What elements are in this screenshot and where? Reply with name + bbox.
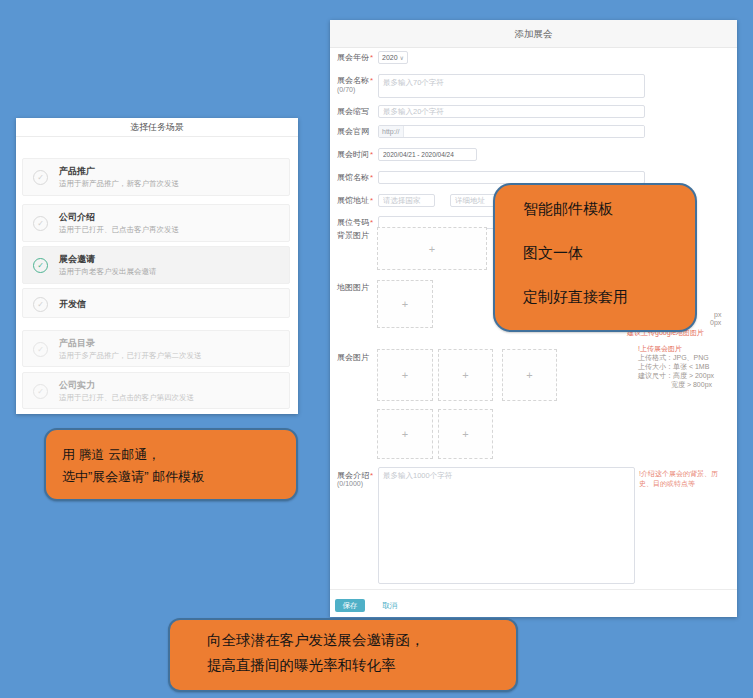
scene-item-label: 开发信 bbox=[59, 298, 86, 311]
callout-line: 定制好直接套用 bbox=[523, 288, 628, 307]
scene-item-company-strength[interactable]: ✓ 公司实力 适用于已打开、已点击的客户第四次发送 bbox=[22, 372, 290, 409]
scene-item-exhibition-invite[interactable]: ✓ 展会邀请 适用于向老客户发出展会邀请 bbox=[22, 246, 290, 284]
save-button[interactable]: 保存 bbox=[335, 599, 365, 612]
map-tip-fragment: 0px bbox=[710, 318, 721, 327]
required-mark: * bbox=[370, 196, 373, 205]
field-label-name: 展会名称* bbox=[337, 76, 379, 85]
callout-smart-template: 智能邮件模板 图文一体 定制好直接套用 bbox=[493, 183, 697, 332]
scene-item-label: 公司介绍 bbox=[59, 211, 95, 224]
callout-line: 提高直播间的曝光率和转化率 bbox=[207, 656, 396, 675]
bg-image-upload[interactable]: + bbox=[377, 227, 487, 270]
plus-icon: + bbox=[402, 428, 408, 440]
scene-item-desc: 适用于已打开、已点击的客户第四次发送 bbox=[59, 393, 194, 403]
callout-bottom-benefit: 向全球潜在客户发送展会邀请函， 提高直播间的曝光率和转化率 bbox=[168, 618, 518, 692]
callout-line: 图文一体 bbox=[523, 244, 583, 263]
scene-item-product-promo[interactable]: ✓ 产品推广 适用于新产品推广，新客户首次发送 bbox=[22, 158, 290, 196]
scene-item-development-letter[interactable]: ✓ 开发信 bbox=[22, 288, 290, 318]
check-icon: ✓ bbox=[33, 170, 48, 185]
year-select-value: 2020 bbox=[382, 54, 398, 61]
intro-textarea[interactable] bbox=[378, 467, 635, 584]
callout-line: 向全球潜在客户发送展会邀请函， bbox=[207, 631, 425, 650]
scene-item-desc: 适用于新产品推广，新客户首次发送 bbox=[59, 179, 179, 189]
required-mark: * bbox=[370, 218, 373, 227]
expo-image-upload[interactable]: + bbox=[438, 349, 493, 401]
expo-image-upload[interactable]: + bbox=[377, 409, 433, 459]
plus-icon: + bbox=[402, 369, 408, 381]
intro-counter: (0/1000) bbox=[337, 480, 363, 487]
expo-tip-line: 建议尺寸：高度 > 200px bbox=[638, 371, 714, 380]
plus-icon: + bbox=[462, 428, 468, 440]
required-mark: * bbox=[370, 76, 373, 85]
expo-tip-line: 上传格式：JPG、PNG bbox=[638, 353, 709, 362]
website-input-group: http:// bbox=[378, 125, 645, 138]
field-label-website: 展会官网 bbox=[337, 127, 379, 136]
scene-item-label: 展会邀请 bbox=[59, 253, 95, 266]
check-icon-selected: ✓ bbox=[33, 258, 48, 273]
check-icon: ✓ bbox=[33, 297, 48, 312]
scene-item-desc: 适用于多产品推广，已打开客户第二次发送 bbox=[59, 351, 202, 361]
plus-icon: + bbox=[402, 298, 408, 310]
chevron-down-icon: ∨ bbox=[400, 54, 404, 61]
scene-item-desc: 适用于已打开、已点击客户再次发送 bbox=[59, 225, 179, 235]
expo-image-upload[interactable]: + bbox=[502, 349, 557, 401]
required-mark: * bbox=[370, 471, 373, 480]
scene-item-label: 产品推广 bbox=[59, 165, 95, 178]
field-label-bg-image: 背景图片 bbox=[337, 231, 379, 240]
abbr-input[interactable] bbox=[378, 105, 645, 118]
field-label-booth: 展位号码* bbox=[337, 218, 379, 227]
check-icon: ✓ bbox=[33, 342, 48, 357]
page-background: 选择任务场景 ✓ 产品推广 适用于新产品推广，新客户首次发送 ✓ 公司介绍 适用… bbox=[0, 0, 753, 698]
scene-panel: 选择任务场景 ✓ 产品推广 适用于新产品推广，新客户首次发送 ✓ 公司介绍 适用… bbox=[16, 118, 298, 414]
cancel-button[interactable]: 取消 bbox=[382, 601, 397, 611]
callout-line: 用 腾道 云邮通， bbox=[62, 446, 160, 464]
intro-tip-text: !介绍这个展会的背景、历史、目的或特点等 bbox=[639, 469, 719, 489]
check-icon: ✓ bbox=[33, 216, 48, 231]
callout-line: 智能邮件模板 bbox=[523, 200, 613, 219]
field-label-expo-images: 展会图片 bbox=[337, 353, 379, 362]
expo-tip-line: 上传大小：单张 < 1MB bbox=[638, 362, 709, 371]
field-label-intro: 展会介绍* bbox=[337, 471, 379, 480]
time-range-input[interactable] bbox=[378, 148, 477, 161]
field-label-map-image: 地图图片 bbox=[337, 283, 379, 292]
map-image-upload[interactable]: + bbox=[377, 280, 433, 328]
field-label-time: 展会时间* bbox=[337, 150, 379, 159]
field-label-year: 展会年份* bbox=[337, 53, 379, 62]
scene-item-company-intro[interactable]: ✓ 公司介绍 适用于已打开、已点击客户再次发送 bbox=[22, 204, 290, 242]
scene-item-label: 公司实力 bbox=[59, 379, 95, 392]
expo-tip-line: 宽度 > 800px bbox=[671, 380, 712, 389]
dialog-title: 添加展会 bbox=[330, 20, 737, 48]
scene-item-product-catalog[interactable]: ✓ 产品目录 适用于多产品推广，已打开客户第二次发送 bbox=[22, 330, 290, 367]
field-label-abbr: 展会缩写 bbox=[337, 107, 379, 116]
scene-item-label: 产品目录 bbox=[59, 337, 95, 350]
callout-choose-template: 用 腾道 云邮通， 选中”展会邀请” 邮件模板 bbox=[44, 428, 298, 501]
plus-icon: + bbox=[462, 369, 468, 381]
website-prefix: http:// bbox=[379, 126, 404, 137]
website-input[interactable] bbox=[404, 126, 644, 137]
callout-line: 选中”展会邀请” 邮件模板 bbox=[62, 468, 204, 486]
plus-icon: + bbox=[429, 243, 435, 255]
expo-tip-title: !上传展会图片 bbox=[638, 344, 682, 353]
footer-divider bbox=[330, 589, 737, 590]
required-mark: * bbox=[370, 53, 373, 62]
name-counter: (0/70) bbox=[337, 86, 355, 93]
scene-panel-title: 选择任务场景 bbox=[16, 118, 298, 137]
scene-item-desc: 适用于向老客户发出展会邀请 bbox=[59, 267, 157, 277]
field-label-venue: 展馆名称* bbox=[337, 173, 379, 182]
check-icon: ✓ bbox=[33, 384, 48, 399]
required-mark: * bbox=[370, 173, 373, 182]
country-input[interactable] bbox=[378, 194, 435, 207]
expo-image-upload[interactable]: + bbox=[438, 409, 493, 459]
required-mark: * bbox=[370, 150, 373, 159]
name-textarea[interactable] bbox=[378, 74, 645, 98]
year-select[interactable]: 2020 ∨ bbox=[378, 51, 408, 64]
plus-icon: + bbox=[526, 369, 532, 381]
expo-image-upload[interactable]: + bbox=[377, 349, 433, 401]
field-label-address: 展馆地址* bbox=[337, 196, 379, 205]
